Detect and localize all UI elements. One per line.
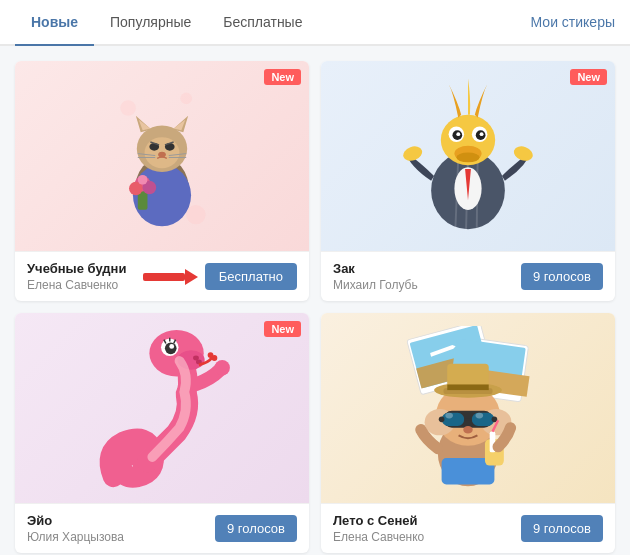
svg-point-24 (138, 174, 148, 184)
card-leto-s-seney: Лето с Сеней Елена Савченко 9 голосов (321, 313, 615, 553)
stickers-grid: New (0, 46, 630, 555)
card4-author: Елена Савченко (333, 530, 511, 544)
svg-point-77 (439, 416, 445, 422)
card3-author: Юлия Харцызова (27, 530, 205, 544)
card3-sticker-art (92, 326, 232, 491)
card3-votes-button[interactable]: 9 голосов (215, 515, 297, 542)
card3-action: 9 голосов (215, 515, 297, 542)
card4-votes-button[interactable]: 9 голосов (521, 515, 603, 542)
svg-rect-74 (442, 412, 465, 425)
card4-text: Лето с Сеней Елена Савченко (333, 513, 511, 544)
svg-point-57 (212, 355, 218, 361)
svg-point-55 (214, 359, 230, 375)
svg-point-51 (169, 343, 174, 348)
card2-votes-button[interactable]: 9 голосов (521, 263, 603, 290)
card2-action: 9 голосов (521, 263, 603, 290)
card4-title: Лето с Сеней (333, 513, 511, 528)
tab-free[interactable]: Бесплатные (207, 0, 318, 46)
card-zak: New (321, 61, 615, 301)
card4-sticker-art (398, 326, 538, 491)
card4-image-area (321, 313, 615, 503)
svg-point-1 (186, 204, 205, 223)
card1-info: Учебные будни Елена Савченко Бесплатно (15, 251, 309, 301)
card2-author: Михаил Голубь (333, 278, 511, 292)
tab-new[interactable]: Новые (15, 0, 94, 46)
svg-rect-72 (447, 384, 488, 390)
card2-sticker-art (403, 74, 533, 239)
svg-point-36 (456, 152, 479, 162)
card-uchebnye-budni: New (15, 61, 309, 301)
tab-popular[interactable]: Популярные (94, 0, 207, 46)
svg-point-80 (476, 412, 484, 418)
svg-marker-27 (185, 269, 198, 285)
svg-point-42 (480, 132, 484, 136)
svg-point-2 (180, 92, 192, 104)
card4-action: 9 голосов (521, 515, 603, 542)
red-arrow (143, 266, 198, 288)
card3-image-area: New (15, 313, 309, 503)
card-eyo: New (15, 313, 309, 553)
card4-info: Лето с Сеней Елена Савченко 9 голосов (321, 503, 615, 553)
card2-title: Зак (333, 261, 511, 276)
card1-action: Бесплатно (205, 263, 297, 290)
card3-info: Эйо Юлия Харцызова 9 голосов (15, 503, 309, 553)
card1-new-badge: New (264, 69, 301, 85)
card2-new-badge: New (570, 69, 607, 85)
my-stickers-link[interactable]: Мои стикеры (531, 0, 615, 44)
svg-point-44 (512, 143, 533, 162)
svg-point-43 (403, 143, 424, 162)
card2-info: Зак Михаил Голубь 9 голосов (321, 251, 615, 301)
card2-image-area: New (321, 61, 615, 251)
card1-sticker-art (107, 79, 217, 234)
card1-free-button[interactable]: Бесплатно (205, 263, 297, 290)
svg-point-41 (456, 132, 460, 136)
svg-point-81 (463, 425, 472, 433)
svg-rect-26 (143, 273, 185, 281)
card3-text: Эйо Юлия Харцызова (27, 513, 205, 544)
svg-point-79 (445, 412, 453, 418)
card2-text: Зак Михаил Голубь (333, 261, 511, 292)
nav-tabs: Новые Популярные Бесплатные Мои стикеры (0, 0, 630, 46)
svg-rect-75 (472, 412, 495, 425)
card1-image-area: New (15, 61, 309, 251)
card3-title: Эйо (27, 513, 205, 528)
card3-new-badge: New (264, 321, 301, 337)
svg-point-0 (120, 100, 136, 116)
